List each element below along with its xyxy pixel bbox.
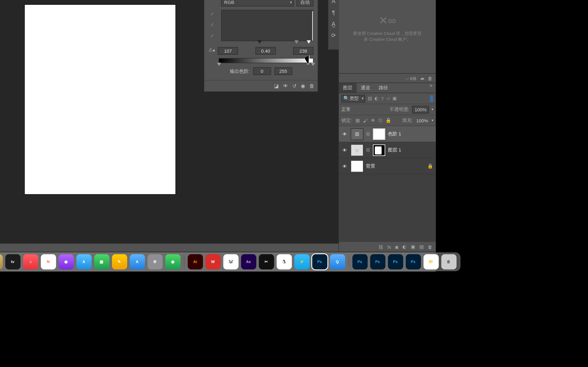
input-white-field[interactable] xyxy=(293,47,314,55)
white-eyedropper-icon[interactable]: ⁄ xyxy=(208,32,216,39)
dock-quicktime[interactable]: Q xyxy=(330,254,345,269)
dock-photoshop[interactable]: Ps xyxy=(312,254,327,269)
layer-row-background[interactable]: 👁 背景 🔒 xyxy=(339,158,436,174)
black-eyedropper-icon[interactable]: ⁄ xyxy=(208,10,216,17)
filter-smart-icon[interactable]: ▣ xyxy=(392,96,397,101)
output-white-slider[interactable] xyxy=(311,63,315,66)
output-black-field[interactable] xyxy=(253,67,271,75)
layer-thumb[interactable] xyxy=(351,160,363,172)
dock-ps-doc[interactable]: Ps xyxy=(352,254,367,269)
layer-opacity-stepper[interactable]: ▾ xyxy=(432,108,433,111)
filter-shape-icon[interactable]: ▱ xyxy=(387,96,390,101)
lock-position-icon[interactable]: ✥ xyxy=(371,118,375,123)
dock-news[interactable]: N xyxy=(41,254,56,269)
dock-illustrator[interactable]: Ai xyxy=(187,254,203,269)
white-slider[interactable] xyxy=(307,40,311,44)
gamma-slider[interactable] xyxy=(294,40,299,44)
clip-warning-icon[interactable]: ⚠▴ xyxy=(208,47,215,53)
lock-all-icon[interactable]: 🔒 xyxy=(385,118,391,123)
tab-layers[interactable]: 图层 xyxy=(339,83,357,93)
filter-adj-icon[interactable]: ◐ xyxy=(374,96,379,101)
layer-name[interactable]: 图层 1 xyxy=(388,147,401,153)
dock-wps[interactable]: W xyxy=(205,254,221,269)
layer-mask-thumb[interactable] xyxy=(373,144,385,156)
new-group-icon[interactable]: ▣ xyxy=(411,244,415,250)
dock-folder[interactable]: 📁 xyxy=(423,254,439,269)
dock-music[interactable]: ♫ xyxy=(23,254,38,269)
layer-mask-thumb[interactable] xyxy=(373,128,385,140)
filter-type-select[interactable]: 🔍 类型 xyxy=(341,95,365,102)
delete-icon[interactable]: 🗑 xyxy=(428,76,432,81)
reset-icon[interactable]: ↺ xyxy=(292,83,297,89)
dock-capcut[interactable]: ✂ xyxy=(259,254,274,269)
dock-thunder[interactable]: ⚡ xyxy=(294,254,310,269)
layer-opacity-value[interactable]: 100% xyxy=(412,106,429,113)
fill-value[interactable]: 100% xyxy=(416,118,428,123)
fill-stepper[interactable]: ▾ xyxy=(432,118,433,122)
lock-paint-icon[interactable]: 🖌 xyxy=(363,118,368,123)
gray-eyedropper-icon[interactable]: ⁄ xyxy=(208,21,216,28)
filter-toggle[interactable] xyxy=(430,95,433,102)
layer-row-image[interactable]: 👁 ☻ ⛓ 图层 1 xyxy=(339,142,436,158)
libraries-panel-icon[interactable]: ⟳ xyxy=(331,32,336,39)
dock-appstore[interactable]: A xyxy=(76,254,91,269)
visibility-icon[interactable]: 👁 xyxy=(341,131,348,136)
dock-numbers[interactable]: ▦ xyxy=(94,254,109,269)
visibility-icon[interactable]: 👁 xyxy=(341,164,348,169)
dock-appletv[interactable]: tv xyxy=(5,254,20,269)
new-layer-icon[interactable]: ▤ xyxy=(419,244,424,250)
panel-menu-icon[interactable]: ≡ xyxy=(426,83,436,93)
dock-app-a[interactable]: A xyxy=(130,254,145,269)
dock-qq[interactable]: 🐧 xyxy=(277,254,292,269)
dock-notes[interactable]: ✎ xyxy=(112,254,127,269)
sync-icon[interactable]: ☁ xyxy=(420,75,424,81)
layer-name[interactable]: 色阶 1 xyxy=(388,131,401,137)
delete-layer-icon[interactable]: 🗑 xyxy=(428,244,432,249)
delete-adjustment-icon[interactable]: 🗑 xyxy=(309,83,314,89)
layer-blend-select[interactable]: 正常 xyxy=(341,106,387,113)
input-gamma-field[interactable] xyxy=(255,47,276,55)
new-adjustment-icon[interactable]: ◐ xyxy=(402,244,407,250)
lock-icon[interactable]: 🔒 xyxy=(427,163,433,169)
add-mask-icon[interactable]: ◙ xyxy=(395,244,398,249)
paragraph-panel-icon[interactable]: ¶ xyxy=(332,9,335,16)
layer-name[interactable]: 背景 xyxy=(366,163,375,169)
input-sliders[interactable] xyxy=(219,41,313,45)
adjustment-thumb[interactable]: ▥ xyxy=(351,128,363,140)
dock-aftereffects[interactable]: Ae xyxy=(241,254,256,269)
dock-settings[interactable]: ⚙ xyxy=(147,254,163,269)
tab-channels[interactable]: 通道 xyxy=(357,83,374,93)
dock-trash[interactable]: 🗑 xyxy=(441,254,456,269)
tab-paths[interactable]: 路径 xyxy=(374,83,392,93)
filter-image-icon[interactable]: ▧ xyxy=(368,96,372,101)
link-icon[interactable]: ⛓ xyxy=(366,132,370,136)
dock-wechat[interactable]: ◉ xyxy=(165,254,181,269)
output-black-slider[interactable] xyxy=(217,63,221,66)
dock-panda[interactable]: 🐼 xyxy=(223,254,238,269)
layer-row-levels[interactable]: 👁 ▥ ⛓ 色阶 1 xyxy=(339,126,436,142)
toggle-visibility-icon[interactable]: 👁 xyxy=(283,83,288,89)
character-panel-icon[interactable]: A xyxy=(332,0,336,4)
dock-photos[interactable]: ❀ xyxy=(0,254,2,269)
dock-podcasts[interactable]: ◉ xyxy=(58,254,74,269)
lock-transparent-icon[interactable]: ▦ xyxy=(355,118,360,123)
visibility-icon[interactable]: 👁 xyxy=(341,147,348,152)
lock-artboard-icon[interactable]: ⊡ xyxy=(378,118,382,123)
link-layers-icon[interactable]: ⛓ xyxy=(379,244,383,249)
input-black-field[interactable] xyxy=(218,47,238,55)
clip-to-layer-icon[interactable]: ◪ xyxy=(274,83,279,89)
dock-ps-doc[interactable]: Ps xyxy=(406,254,421,269)
dock-ps-doc[interactable]: Ps xyxy=(370,254,385,269)
output-gradient[interactable] xyxy=(219,58,313,63)
glyphs-panel-icon[interactable]: A̲ xyxy=(332,21,336,27)
layer-thumb[interactable]: ☻ xyxy=(351,144,363,156)
auto-button[interactable]: 自动 xyxy=(296,0,313,7)
black-slider[interactable] xyxy=(258,40,262,44)
prev-state-icon[interactable]: ◉ xyxy=(301,83,305,89)
document-canvas[interactable] xyxy=(25,5,175,194)
link-icon[interactable]: ⛓ xyxy=(366,148,370,152)
channel-select[interactable]: RGB xyxy=(221,0,294,7)
filter-type-icon[interactable]: T xyxy=(381,96,384,101)
output-white-field[interactable] xyxy=(274,67,292,75)
fx-icon[interactable]: fx xyxy=(388,244,391,249)
